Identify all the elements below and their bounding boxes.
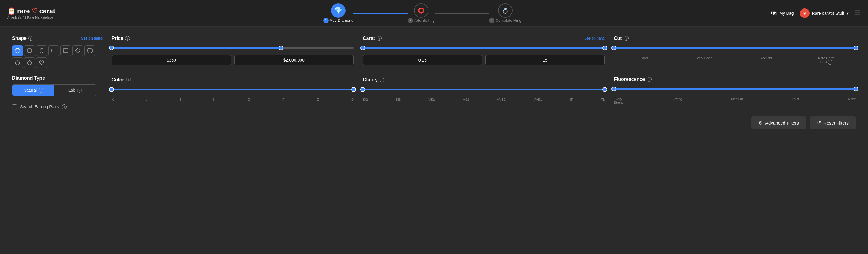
advanced-filters-icon: ⚙ <box>758 120 763 126</box>
shape-cushion-button[interactable] <box>24 45 35 56</box>
color-labels: K J I H G F E D <box>112 98 354 101</box>
price-min-input[interactable] <box>112 55 231 65</box>
price-thumb-min[interactable] <box>109 46 114 50</box>
carat-section: Carat i See on hand <box>363 36 605 65</box>
diamond-type-section: Diamond Type Natural i Lab i <box>12 76 102 96</box>
user-menu-button[interactable]: ♥ Rare carat's Stuff ▾ <box>800 8 849 18</box>
color-thumb-min[interactable] <box>109 87 114 92</box>
header-right: 🛍 My Bag ♥ Rare carat's Stuff ▾ ☰ <box>771 8 861 18</box>
cut-section: Cut i Good Very Good Excellent Rare Cara… <box>614 36 856 64</box>
reset-filters-button[interactable]: ↺ Reset Filters <box>810 116 856 130</box>
shape-oval-button[interactable] <box>36 45 47 56</box>
header: 🎅 rare ♡ carat America's #1 Ring Marketp… <box>0 0 868 27</box>
shape-princess-button[interactable] <box>72 45 83 56</box>
cut-thumb-max[interactable] <box>854 46 858 50</box>
logo-text: rare <box>17 7 30 15</box>
logo-carat-text: carat <box>39 7 56 15</box>
carat-info-icon[interactable]: i <box>377 36 382 41</box>
clarity-label-si2: SI2 <box>363 98 368 101</box>
my-bag-button[interactable]: 🛍 My Bag <box>771 10 794 17</box>
clarity-info-icon[interactable]: i <box>379 78 384 82</box>
cut-range-fill <box>614 47 856 49</box>
carat-thumb-max[interactable] <box>602 46 607 50</box>
shape-heart-button[interactable] <box>36 57 47 68</box>
carat-title: Carat i <box>363 36 382 41</box>
cut-label-good: Good <box>614 56 674 64</box>
shape-see-on-hand-link[interactable]: See on hand <box>81 36 102 40</box>
main-content: Shape i See on hand <box>0 27 868 138</box>
natural-button[interactable]: Natural i <box>12 85 54 95</box>
lab-info-icon[interactable]: i <box>77 88 82 93</box>
step-1-label: 1 Add Diamond <box>323 18 354 23</box>
color-info-icon[interactable]: i <box>126 78 131 82</box>
logo-hat-icon: 🎅 <box>7 7 16 15</box>
step-2[interactable]: ⭕ 2 Add Setting <box>408 3 434 23</box>
step-1[interactable]: 💎 1 Add Diamond <box>323 3 354 23</box>
bottom-bar: ⚙ Advanced Filters ↺ Reset Filters <box>614 116 856 130</box>
step-3[interactable]: 💍 3 Complete Ring <box>489 3 522 23</box>
fluorescence-section: Fluorescence i VeryStrong Strong Medium … <box>614 77 856 104</box>
clarity-label-vs2: VS2 <box>429 98 435 101</box>
svg-rect-4 <box>51 49 56 52</box>
natural-info-icon[interactable]: i <box>39 88 43 93</box>
price-max-input[interactable] <box>234 55 354 65</box>
shape-marquise-button[interactable] <box>24 57 35 68</box>
price-range-track <box>112 47 354 49</box>
fluorescence-thumb-max[interactable] <box>854 87 858 91</box>
price-inputs <box>112 55 354 65</box>
clarity-range-fill <box>363 89 605 90</box>
cut-ideal-info-icon[interactable]: i <box>828 60 832 64</box>
clarity-label-vvs2: VVS2 <box>497 98 506 101</box>
cut-info-icon[interactable]: i <box>624 36 629 41</box>
reset-icon: ↺ <box>817 120 821 126</box>
carat-see-on-hand-link[interactable]: See on hand <box>584 36 605 40</box>
advanced-filters-button[interactable]: ⚙ Advanced Filters <box>751 116 806 130</box>
natural-label: Natural <box>23 88 37 93</box>
fluorescence-title: Fluorescence i <box>614 77 856 82</box>
price-color-column: Price i Color i <box>112 36 354 101</box>
fluorescence-thumb-min[interactable] <box>612 87 616 91</box>
fluor-label-very-strong: VeryStrong <box>614 97 623 104</box>
shape-radiant-button[interactable] <box>60 45 71 56</box>
step-connector-2 <box>435 13 489 13</box>
carat-clarity-column: Carat i See on hand Clarit <box>363 36 605 101</box>
shape-info-icon[interactable]: i <box>28 36 33 41</box>
svg-rect-5 <box>64 49 68 53</box>
shape-pear-button[interactable] <box>12 57 23 68</box>
clarity-label-vs1: VS1 <box>463 98 469 101</box>
bag-icon: 🛍 <box>771 10 777 17</box>
step-connector-1 <box>353 13 408 13</box>
earring-checkbox[interactable] <box>12 104 17 109</box>
carat-thumb-min[interactable] <box>360 46 365 50</box>
shape-section: Shape i See on hand <box>12 36 102 68</box>
hamburger-menu-icon[interactable]: ☰ <box>855 9 861 17</box>
carat-min-input[interactable] <box>363 55 483 65</box>
shape-emerald-button[interactable] <box>48 45 59 56</box>
color-label-j: J <box>146 98 148 101</box>
earring-row: Search Earring Pairs i <box>12 104 102 109</box>
price-thumb-max[interactable] <box>279 46 283 50</box>
shape-asscher-button[interactable] <box>85 45 95 56</box>
earring-info-icon[interactable]: i <box>62 104 67 109</box>
shape-icons-row <box>12 45 102 68</box>
cut-thumb-min[interactable] <box>612 46 616 50</box>
advanced-filters-label: Advanced Filters <box>765 120 799 125</box>
fluor-label-none: None <box>848 97 856 104</box>
price-info-icon[interactable]: i <box>125 36 130 41</box>
fluor-label-medium: Medium <box>731 97 743 104</box>
svg-rect-2 <box>27 49 32 53</box>
clarity-thumb-max[interactable] <box>602 87 607 92</box>
color-label-e: E <box>317 98 319 101</box>
carat-max-input[interactable] <box>486 55 605 65</box>
fluorescence-info-icon[interactable]: i <box>647 77 652 82</box>
clarity-thumb-min[interactable] <box>360 87 365 92</box>
color-thumb-max[interactable] <box>351 87 356 92</box>
svg-marker-7 <box>87 48 92 53</box>
color-label-g: G <box>248 98 251 101</box>
step-1-icon: 💎 <box>331 3 345 18</box>
shape-title: Shape <box>12 36 27 41</box>
lab-button[interactable]: Lab i <box>54 85 96 95</box>
price-range-fill <box>112 47 281 49</box>
step-1-num: 1 <box>323 18 329 23</box>
shape-round-button[interactable] <box>12 45 23 56</box>
